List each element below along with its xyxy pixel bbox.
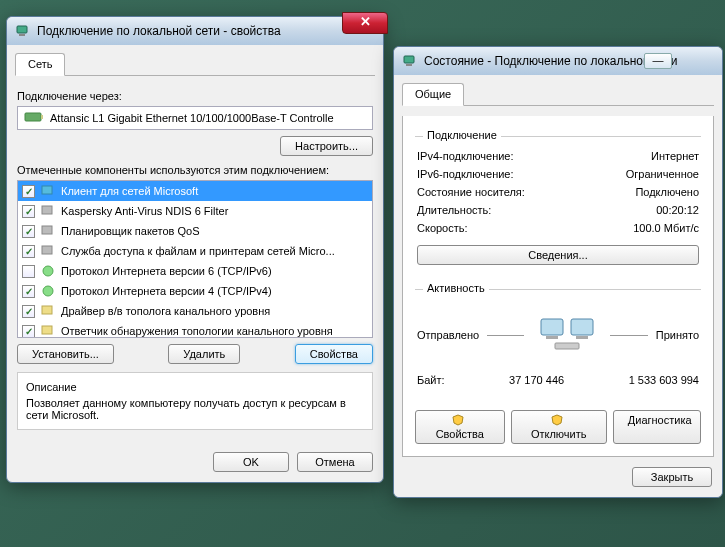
- driver-icon: [40, 323, 56, 338]
- bytes-label: Байт:: [417, 374, 445, 386]
- status-window: Состояние - Подключение по локальной сет…: [393, 46, 723, 498]
- activity-line: [487, 335, 524, 336]
- tabstrip: Сеть: [15, 53, 375, 76]
- network-icon: [402, 53, 418, 69]
- component-list[interactable]: ✓ Клиент для сетей Microsoft ✓ Kaspersky…: [17, 180, 373, 338]
- duration-value: 00:20:12: [656, 204, 699, 216]
- tabstrip: Общие: [402, 83, 714, 106]
- configure-button[interactable]: Настроить...: [280, 136, 373, 156]
- status-properties-button[interactable]: Свойства: [415, 410, 505, 444]
- list-item[interactable]: ✓ Протокол Интернета версии 6 (TCP/IPv6): [18, 261, 372, 281]
- svg-rect-0: [17, 26, 27, 33]
- component-label: Планировщик пакетов QoS: [61, 225, 200, 237]
- network-icon: [15, 23, 31, 39]
- checkbox-icon[interactable]: ✓: [22, 325, 35, 338]
- cancel-button[interactable]: Отмена: [297, 452, 373, 472]
- properties-window: Подключение по локальной сети - свойства…: [6, 16, 384, 483]
- list-item[interactable]: ✓ Протокол Интернета версии 4 (TCP/IPv4): [18, 281, 372, 301]
- ipv6-value: Ограниченное: [626, 168, 699, 180]
- svg-rect-10: [42, 306, 52, 314]
- component-label: Протокол Интернета версии 4 (TCP/IPv4): [61, 285, 272, 297]
- sent-bytes: 37 170 446: [509, 374, 564, 386]
- checkbox-icon[interactable]: ✓: [22, 225, 35, 238]
- checkbox-icon[interactable]: ✓: [22, 265, 35, 278]
- client-icon: [40, 183, 56, 199]
- status-row: Состояние носителя: Подключено: [417, 183, 699, 201]
- driver-icon: [40, 303, 56, 319]
- activity-group: Активность Отправлено Прин: [415, 289, 701, 396]
- media-label: Состояние носителя:: [417, 186, 525, 198]
- recv-label: Принято: [656, 329, 699, 341]
- window-title: Подключение по локальной сети - свойства: [37, 24, 281, 38]
- connection-legend: Подключение: [423, 129, 501, 141]
- svg-rect-11: [42, 326, 52, 334]
- adapter-icon: [24, 110, 44, 126]
- svg-rect-18: [555, 343, 579, 349]
- status-row: IPv4-подключение: Интернет: [417, 147, 699, 165]
- svg-rect-6: [42, 226, 52, 234]
- description-text: Позволяет данному компьютеру получать до…: [26, 397, 364, 421]
- checkbox-icon[interactable]: ✓: [22, 245, 35, 258]
- component-label: Служба доступа к файлам и принтерам сете…: [61, 245, 335, 257]
- list-item[interactable]: ✓ Kaspersky Anti-Virus NDIS 6 Filter: [18, 201, 372, 221]
- list-item[interactable]: ✓ Планировщик пакетов QoS: [18, 221, 372, 241]
- sent-label: Отправлено: [417, 329, 479, 341]
- speed-label: Скорость:: [417, 222, 468, 234]
- status-row: IPv6-подключение: Ограниченное: [417, 165, 699, 183]
- component-label: Клиент для сетей Microsoft: [61, 185, 198, 197]
- close-button[interactable]: Закрыть: [632, 467, 712, 487]
- svg-rect-3: [41, 115, 43, 119]
- service-icon: [40, 203, 56, 219]
- diagnose-button[interactable]: Диагностика: [613, 410, 701, 444]
- list-item[interactable]: ✓ Клиент для сетей Microsoft: [18, 181, 372, 201]
- svg-rect-1: [19, 34, 25, 36]
- computers-icon: [532, 310, 602, 360]
- svg-rect-17: [576, 336, 588, 339]
- list-item[interactable]: ✓ Драйвер в/в тополога канального уровня: [18, 301, 372, 321]
- svg-point-8: [43, 266, 53, 276]
- minimize-button[interactable]: —: [644, 53, 672, 69]
- connection-group: Подключение IPv4-подключение: Интернет I…: [415, 136, 701, 271]
- titlebar[interactable]: Подключение по локальной сети - свойства…: [7, 17, 383, 45]
- checkbox-icon[interactable]: ✓: [22, 305, 35, 318]
- svg-rect-4: [42, 186, 52, 194]
- media-value: Подключено: [635, 186, 699, 198]
- description-title: Описание: [26, 381, 364, 393]
- tab-general[interactable]: Общие: [402, 83, 464, 106]
- service-icon: [40, 243, 56, 259]
- titlebar[interactable]: Состояние - Подключение по локальной сет…: [394, 47, 722, 75]
- svg-rect-14: [541, 319, 563, 335]
- adapter-name: Attansic L1 Gigabit Ethernet 10/100/1000…: [50, 112, 334, 124]
- svg-rect-5: [42, 206, 52, 214]
- svg-rect-13: [406, 64, 412, 66]
- list-item[interactable]: ✓ Ответчик обнаружения топологии канальн…: [18, 321, 372, 338]
- shield-icon: [550, 414, 564, 428]
- ipv6-label: IPv6-подключение:: [417, 168, 514, 180]
- svg-rect-12: [404, 56, 414, 63]
- svg-rect-15: [546, 336, 558, 339]
- speed-value: 100.0 Мбит/с: [633, 222, 699, 234]
- tab-network[interactable]: Сеть: [15, 53, 65, 76]
- ok-button[interactable]: OK: [213, 452, 289, 472]
- checkbox-icon[interactable]: ✓: [22, 285, 35, 298]
- component-label: Ответчик обнаружения топологии канальног…: [61, 325, 333, 337]
- details-button[interactable]: Сведения...: [417, 245, 699, 265]
- checkbox-icon[interactable]: ✓: [22, 185, 35, 198]
- install-button[interactable]: Установить...: [17, 344, 114, 364]
- checkbox-icon[interactable]: ✓: [22, 205, 35, 218]
- activity-legend: Активность: [423, 282, 489, 294]
- component-label: Протокол Интернета версии 6 (TCP/IPv6): [61, 265, 272, 277]
- ipv4-value: Интернет: [651, 150, 699, 162]
- close-button[interactable]: ✕: [342, 12, 388, 34]
- service-icon: [40, 223, 56, 239]
- remove-button[interactable]: Удалить: [168, 344, 240, 364]
- description-box: Описание Позволяет данному компьютеру по…: [17, 372, 373, 430]
- disable-button[interactable]: Отключить: [511, 410, 607, 444]
- component-properties-button[interactable]: Свойства: [295, 344, 373, 364]
- activity-line: [610, 335, 647, 336]
- svg-rect-2: [25, 113, 41, 121]
- list-item[interactable]: ✓ Служба доступа к файлам и принтерам се…: [18, 241, 372, 261]
- protocol-icon: [40, 283, 56, 299]
- recv-bytes: 1 533 603 994: [629, 374, 699, 386]
- component-label: Kaspersky Anti-Virus NDIS 6 Filter: [61, 205, 228, 217]
